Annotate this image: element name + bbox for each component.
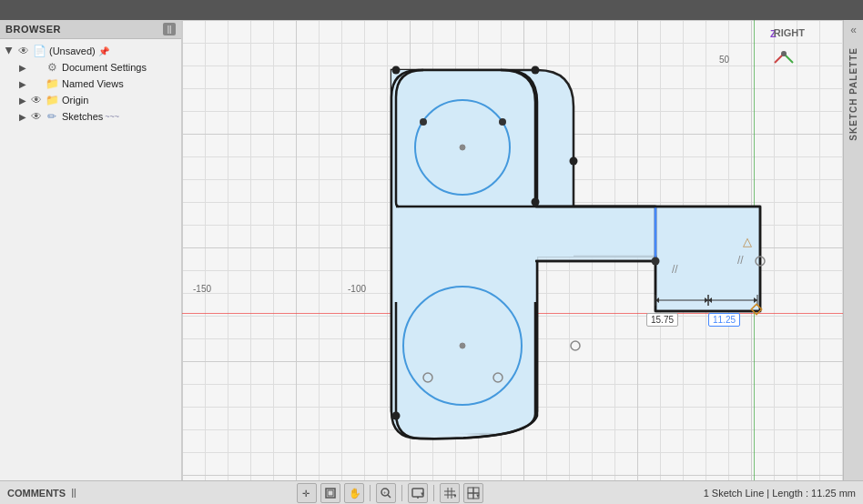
svg-text:✋: ✋ bbox=[349, 487, 360, 499]
tree-arrow-root[interactable]: ▶ bbox=[4, 45, 16, 57]
svg-point-17 bbox=[571, 341, 580, 350]
svg-point-12 bbox=[499, 118, 506, 126]
tree-folder-sketches: ✏ bbox=[44, 110, 60, 123]
sketch-palette-collapse[interactable]: « bbox=[850, 24, 857, 36]
svg-point-21 bbox=[392, 412, 401, 420]
tree-label-origin: Origin bbox=[62, 95, 88, 106]
tree-label-root: (Unsaved) bbox=[49, 45, 96, 56]
toolbar-sep-3 bbox=[433, 485, 434, 501]
tree-eye-root[interactable]: 👁 bbox=[16, 45, 31, 57]
canvas-area[interactable]: 50 -50 -100 -150 bbox=[182, 20, 843, 480]
tree-item-named-views[interactable]: ▶ 📁 Named Views bbox=[13, 76, 181, 92]
axis-gizmo bbox=[770, 40, 797, 67]
svg-point-20 bbox=[532, 198, 540, 207]
view-label-right: RIGHT bbox=[774, 27, 805, 38]
tree-label-named: Named Views bbox=[62, 78, 124, 89]
comments-collapse[interactable]: || bbox=[71, 488, 76, 498]
tree-arrow-origin[interactable]: ▶ bbox=[16, 94, 29, 106]
svg-text:▼: ▼ bbox=[452, 493, 456, 499]
tree-item-origin[interactable]: ▶ 👁 📁 Origin bbox=[13, 92, 181, 108]
svg-text://: // bbox=[737, 254, 744, 267]
sketches-pin: ~~~ bbox=[105, 112, 119, 121]
svg-point-10 bbox=[460, 145, 465, 150]
svg-point-23 bbox=[652, 257, 660, 266]
svg-text:▼: ▼ bbox=[420, 491, 424, 497]
toolbar-center: ✛ ✋ + ▼ ▼ bbox=[297, 483, 483, 503]
tree-folder-origin: 📁 bbox=[44, 94, 60, 106]
tree-arrow-sketches[interactable]: ▶ bbox=[16, 110, 29, 123]
svg-point-22 bbox=[570, 157, 578, 166]
svg-point-14 bbox=[460, 343, 465, 348]
tree-folder-named: 📁 bbox=[44, 77, 60, 90]
svg-rect-44 bbox=[328, 490, 333, 496]
comments-label: COMMENTS bbox=[7, 488, 66, 499]
svg-text://: // bbox=[672, 263, 678, 276]
browser-collapse-icon[interactable]: || bbox=[163, 23, 176, 35]
svg-text:+: + bbox=[383, 489, 387, 495]
svg-point-11 bbox=[420, 118, 427, 126]
svg-rect-57 bbox=[468, 488, 473, 493]
zoom-box-button[interactable]: + bbox=[376, 483, 396, 503]
svg-text:✛: ✛ bbox=[302, 489, 310, 499]
dim-box-1125[interactable]: 11.25 bbox=[708, 313, 740, 327]
frame-tool-button[interactable] bbox=[320, 483, 340, 503]
tree-item-sketches[interactable]: ▶ 👁 ✏ Sketches ~~~ bbox=[13, 108, 181, 125]
browser-tree: ▶ 👁 📄 (Unsaved) 📌 ▶ ⚙ Document Settings bbox=[0, 39, 181, 480]
tree-pin-root: 📌 bbox=[98, 46, 109, 56]
browser-header: BROWSER || bbox=[0, 20, 181, 39]
tree-eye-origin[interactable]: 👁 bbox=[29, 94, 44, 106]
tree-label-doc: Document Settings bbox=[62, 62, 147, 73]
tree-item-doc-settings[interactable]: ▶ ⚙ Document Settings bbox=[13, 59, 181, 76]
more-button[interactable]: ▼ bbox=[463, 483, 483, 503]
tree-arrow-doc[interactable]: ▶ bbox=[16, 61, 29, 74]
display-button[interactable]: ▼ bbox=[408, 483, 428, 503]
pan-tool-button[interactable]: ✋ bbox=[344, 483, 364, 503]
tree-label-sketches: Sketches bbox=[62, 111, 103, 122]
svg-rect-59 bbox=[468, 493, 473, 499]
svg-point-18 bbox=[392, 66, 401, 75]
tree-arrow-named[interactable]: ▶ bbox=[16, 77, 29, 90]
dim-box-1575[interactable]: 15.75 bbox=[646, 313, 678, 327]
browser-title: BROWSER bbox=[5, 24, 61, 35]
toolbar-sep-2 bbox=[401, 485, 402, 501]
svg-text:▼: ▼ bbox=[475, 493, 480, 499]
svg-point-19 bbox=[532, 66, 540, 75]
grid-button[interactable]: ▼ bbox=[440, 483, 460, 503]
svg-text:△: △ bbox=[743, 235, 752, 248]
tree-folder-doc: ⚙ bbox=[44, 61, 60, 74]
sketch-palette-panel: « SKETCH PALETTE bbox=[843, 20, 863, 480]
svg-point-41 bbox=[781, 51, 787, 56]
sketch-svg: // // △ bbox=[182, 20, 843, 480]
move-tool-button[interactable]: ✛ bbox=[297, 483, 317, 503]
tree-item-root[interactable]: ▶ 👁 📄 (Unsaved) 📌 bbox=[0, 43, 181, 59]
status-bar: COMMENTS || ✛ ✋ + ▼ bbox=[0, 480, 863, 504]
status-text: 1 Sketch Line | Length : 11.25 mm bbox=[704, 488, 856, 499]
tree-folder-root: 📄 bbox=[31, 45, 47, 57]
tree-eye-sketches[interactable]: 👁 bbox=[29, 110, 44, 123]
sketch-palette-label: SKETCH PALETTE bbox=[848, 47, 858, 141]
toolbar-sep-1 bbox=[370, 485, 371, 501]
svg-line-47 bbox=[388, 495, 391, 498]
browser-panel: BROWSER || ▶ 👁 📄 (Unsaved) 📌 ▶ bbox=[0, 20, 182, 480]
